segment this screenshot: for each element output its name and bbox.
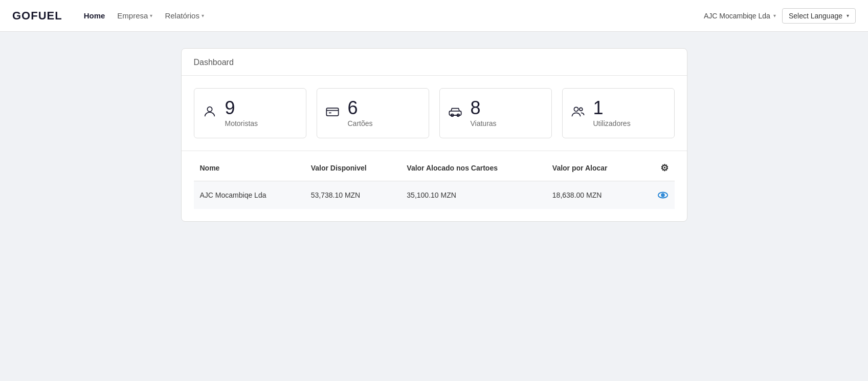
nav-empresa-caret: ▾ (150, 13, 152, 18)
company-name: AJC Mocambiqe Lda (704, 12, 770, 20)
col-valor-alocado: Valor Alocado nos Cartoes (400, 155, 546, 181)
col-valor-disponivel: Valor Disponivel (305, 155, 401, 181)
cartoes-count: 6 (348, 99, 358, 117)
car-icon (448, 104, 462, 122)
users-icon (571, 104, 585, 122)
language-caret: ▾ (847, 13, 849, 18)
cartoes-label: Cartões (348, 119, 373, 128)
dashboard-title: Dashboard (194, 58, 234, 67)
viaturas-label: Viaturas (471, 119, 497, 128)
nav-home-label: Home (84, 11, 105, 20)
dashboard-header: Dashboard (182, 49, 687, 76)
stat-card-motoristas: 9 Motoristas (194, 88, 306, 138)
cell-valor-disponivel: 53,738.10 MZN (305, 181, 401, 209)
svg-rect-1 (326, 108, 338, 116)
brand-logo: GOFUEL (12, 9, 62, 23)
cell-valor-por-alocar: 18,638.00 MZN (546, 181, 641, 209)
language-selector[interactable]: Select Language ▾ (782, 8, 856, 24)
nav-empresa-label: Empresa (117, 11, 148, 20)
cell-nome: AJC Mocambiqe Lda (194, 181, 305, 209)
motoristas-count: 9 (225, 99, 235, 117)
svg-point-9 (579, 108, 582, 111)
svg-point-0 (207, 107, 212, 111)
nav-relatorios-label: Relatórios (165, 11, 199, 20)
company-caret: ▾ (773, 13, 776, 18)
person-icon (203, 104, 217, 122)
col-valor-por-alocar: Valor por Alocar (546, 155, 641, 181)
nav-relatorios-caret: ▾ (202, 13, 204, 18)
dashboard-card: Dashboard 9 Motoristas (181, 48, 687, 222)
gear-icon[interactable]: ⚙ (660, 163, 669, 173)
company-selector[interactable]: AJC Mocambiqe Lda ▾ (704, 12, 776, 20)
stat-cards-container: 9 Motoristas 6 Cartões (182, 76, 687, 151)
utilizadores-count: 1 (593, 99, 604, 117)
navbar-right: AJC Mocambiqe Lda ▾ Select Language ▾ (704, 8, 856, 24)
table-header-row: Nome Valor Disponivel Valor Alocado nos … (194, 155, 675, 181)
motoristas-info: 9 Motoristas (225, 99, 258, 128)
stat-card-cartoes: 6 Cartões (317, 88, 429, 138)
nav-empresa[interactable]: Empresa ▾ (112, 8, 158, 23)
nav-home[interactable]: Home (79, 8, 110, 23)
cell-valor-alocado: 35,100.10 MZN (400, 181, 546, 209)
utilizadores-label: Utilizadores (593, 119, 631, 128)
nav-links: Home Empresa ▾ Relatórios ▾ (79, 8, 692, 23)
utilizadores-info: 1 Utilizadores (593, 99, 631, 128)
nav-relatorios[interactable]: Relatórios ▾ (160, 8, 209, 23)
col-nome: Nome (194, 155, 305, 181)
cartoes-info: 6 Cartões (348, 99, 373, 128)
stat-card-viaturas: 8 Viaturas (439, 88, 552, 138)
viaturas-count: 8 (471, 99, 481, 117)
language-label: Select Language (789, 12, 842, 20)
table-section: Nome Valor Disponivel Valor Alocado nos … (182, 155, 687, 221)
cell-actions (641, 181, 675, 209)
col-settings: ⚙ (641, 155, 675, 181)
svg-point-12 (662, 195, 663, 196)
viaturas-info: 8 Viaturas (471, 99, 497, 128)
table-row: AJC Mocambiqe Lda 53,738.10 MZN 35,100.1… (194, 181, 675, 209)
main-content: Dashboard 9 Motoristas (0, 32, 868, 238)
card-icon (325, 104, 340, 122)
motoristas-label: Motoristas (225, 119, 258, 128)
svg-point-8 (574, 107, 578, 111)
navbar: GOFUEL Home Empresa ▾ Relatórios ▾ AJC M… (0, 0, 868, 32)
stat-card-utilizadores: 1 Utilizadores (562, 88, 675, 138)
main-table: Nome Valor Disponivel Valor Alocado nos … (194, 155, 675, 209)
view-button[interactable] (648, 189, 669, 201)
